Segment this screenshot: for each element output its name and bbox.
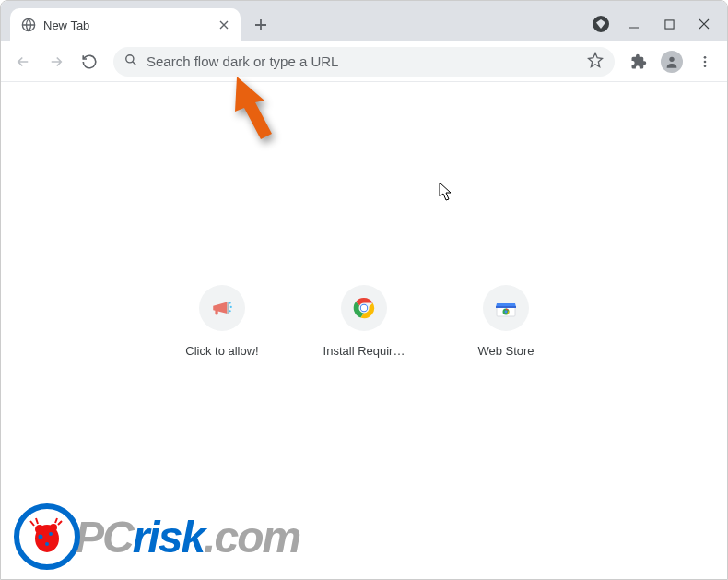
tab-close-icon[interactable] [217,18,231,32]
svg-rect-14 [496,306,516,308]
watermark-logo-icon [14,503,80,570]
shortcut-label: Web Store [477,344,534,358]
svg-point-19 [50,524,57,531]
back-button[interactable] [8,47,38,77]
titlebar: New Tab [1,1,727,41]
svg-point-2 [126,54,134,62]
watermark-text: PCrisk.com [75,512,299,562]
extension-shield-icon[interactable] [593,16,609,32]
svg-point-6 [704,65,707,67]
svg-point-18 [35,525,44,534]
window-controls [628,18,727,41]
chrome-icon [341,285,387,331]
search-icon [124,53,137,70]
svg-point-8 [230,306,232,308]
new-tab-button[interactable] [248,12,274,38]
globe-icon [21,18,36,32]
toolbar [1,41,727,82]
shortcut-click-to-allow[interactable]: Click to allow! [170,285,275,358]
svg-point-9 [229,310,231,312]
reload-button[interactable] [75,47,104,77]
profile-avatar[interactable] [657,47,687,77]
close-window-button[interactable] [698,18,710,30]
bookmark-star-icon[interactable] [587,52,604,72]
pcrisk-watermark: PCrisk.com [14,503,299,570]
forward-button[interactable] [41,47,71,77]
shortcut-label: Install Requir… [323,344,405,358]
svg-point-7 [229,302,231,304]
shortcut-install-required[interactable]: Install Requir… [311,285,417,358]
address-input[interactable] [147,53,587,69]
extensions-icon[interactable] [624,47,653,77]
shortcut-label: Click to allow! [185,344,258,358]
svg-point-5 [704,60,707,63]
svg-point-4 [704,56,707,59]
svg-point-21 [49,532,53,536]
omnibox[interactable] [113,47,615,77]
tab-title: New Tab [43,18,217,32]
megaphone-icon [199,285,245,331]
svg-point-3 [669,56,674,61]
shortcut-web-store[interactable]: Web Store [453,285,558,358]
svg-rect-1 [664,19,673,28]
shortcuts-row: Click to allow! Install Requir… Web Stor… [1,285,727,358]
menu-button[interactable] [690,47,720,77]
svg-point-20 [39,535,43,539]
maximize-button[interactable] [663,18,675,30]
svg-point-12 [361,305,367,311]
svg-point-16 [505,311,508,314]
svg-point-22 [45,542,49,546]
minimize-button[interactable] [628,18,640,30]
webstore-icon [483,285,529,331]
person-icon [661,51,683,73]
browser-tab[interactable]: New Tab [10,8,241,41]
